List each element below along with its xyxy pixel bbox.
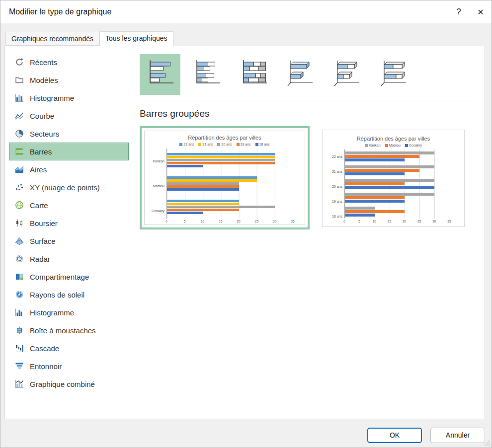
sidebar-item-histogramme[interactable]: Histogramme — [9, 89, 129, 107]
subtype-barres-groupees[interactable] — [140, 54, 180, 95]
barres-empilees-100-icon — [238, 58, 269, 91]
sidebar-item-label: Histogramme — [30, 94, 74, 102]
sidebar-item-rayons[interactable]: Rayons de soleil — [9, 286, 129, 303]
sidebar-item-boursier[interactable]: Boursier — [9, 214, 129, 232]
dialog-footer: OK Annuler — [0, 419, 492, 448]
courbe-icon — [14, 111, 24, 121]
sidebar-item-carte[interactable]: Carte — [9, 196, 129, 214]
chart-title: Répartition des âges par villes — [147, 133, 303, 141]
barres-groupees-icon — [144, 58, 176, 91]
boite-icon — [14, 325, 24, 335]
sidebar-item-label: Modèles — [30, 76, 58, 84]
bar — [345, 207, 375, 210]
sidebar-item-label: Graphique combiné — [30, 380, 95, 388]
section-title: Barres groupées — [140, 108, 475, 119]
bar — [167, 200, 239, 202]
tab-tous-les-graphiques[interactable]: Tous les graphiques — [99, 31, 173, 46]
xy-icon — [14, 182, 24, 192]
sidebar-item-label: Carte — [30, 201, 48, 210]
chart-plot-area: 22 ans21 ans20 ans19 ans18 ans 051015202… — [328, 149, 459, 224]
tab-graphiques-recommandes[interactable]: Graphiques recommandés — [5, 32, 99, 46]
bar — [345, 169, 419, 172]
sidebar-item-barres[interactable]: Barres — [9, 143, 129, 160]
category-label: 19 ans — [328, 194, 342, 209]
rayons-icon — [14, 290, 24, 299]
sidebar-item-label: Rayons de soleil — [30, 291, 84, 299]
bar — [167, 162, 275, 164]
bar — [345, 179, 434, 182]
bar-group — [167, 149, 293, 172]
sidebar-item-boite[interactable]: Boîte à moustaches — [9, 321, 129, 339]
aires-icon — [14, 164, 24, 174]
subtype-panel: Barres groupées Répartition des âges par… — [130, 46, 485, 419]
x-tick-label: 0 — [164, 220, 168, 223]
bar — [167, 159, 275, 161]
surface-icon — [14, 236, 24, 246]
ok-button[interactable]: OK — [367, 428, 422, 443]
sidebar-item-label: Secteurs — [30, 130, 59, 138]
close-button[interactable]: ✕ — [470, 0, 492, 23]
x-tick-label: 5 — [182, 220, 186, 223]
x-tick-label: 0 — [342, 220, 346, 223]
legend-item: 20 ans — [217, 143, 232, 146]
preview-barres-groupees-alt[interactable]: Répartition des âges par villes KankanMa… — [322, 130, 465, 227]
barres-empilees-icon — [191, 58, 223, 91]
subtype-barres-empilees[interactable] — [186, 54, 227, 95]
chart-preview-card: Répartition des âges par villes KankanMa… — [326, 132, 461, 224]
bar — [167, 156, 275, 158]
sidebar-item-label: Surface — [30, 237, 56, 245]
subtype-barres-empilees-3d[interactable] — [327, 54, 367, 95]
bar — [167, 176, 257, 179]
category-label: 18 ans — [328, 209, 342, 224]
bar-group — [167, 172, 293, 195]
bar — [345, 210, 405, 213]
bar — [167, 179, 257, 182]
chart-plot-area: KankanMamouConakry 05101520253035 — [147, 148, 303, 224]
sidebar-item-cascade[interactable]: Cascade — [9, 339, 129, 357]
bar — [345, 200, 405, 203]
bar — [345, 196, 405, 199]
sidebar-item-entonnoir[interactable]: Entonnoir — [9, 357, 129, 375]
resize-grip[interactable] — [484, 440, 490, 446]
legend-swatch — [405, 144, 408, 147]
category-label: Conakry — [148, 199, 164, 224]
legend-item: Mamou — [385, 144, 401, 147]
subtype-barres-empilees-100-3d[interactable] — [373, 54, 414, 95]
x-tick-label: 30 — [273, 220, 277, 223]
subtype-row — [140, 54, 475, 101]
sidebar-item-secteurs[interactable]: Secteurs — [9, 125, 129, 143]
help-button[interactable]: ? — [448, 0, 470, 23]
x-tick-label: 15 — [387, 220, 391, 223]
sidebar-item-xy[interactable]: XY (nuage de points) — [9, 178, 129, 196]
legend-item: 21 ans — [198, 143, 213, 146]
bar — [167, 212, 203, 214]
preview-barres-groupees-selected[interactable]: Répartition des âges par villes 22 ans21… — [140, 126, 310, 229]
subtype-barres-groupees-3d[interactable] — [280, 54, 321, 95]
bar-group — [345, 177, 449, 191]
x-tick-label: 20 — [403, 220, 407, 223]
chart-legend: 22 ans21 ans20 ans19 ans18 ans — [147, 141, 303, 148]
legend-swatch — [365, 144, 368, 147]
legend-item: 22 ans — [179, 143, 194, 146]
sidebar-item-histogramme2[interactable]: Histogramme — [9, 303, 129, 321]
histogramme2-icon — [14, 307, 24, 317]
bar-group — [167, 195, 293, 219]
sidebar-item-aires[interactable]: Aires — [9, 160, 129, 178]
sidebar-item-combine[interactable]: Graphique combiné — [9, 375, 129, 393]
sidebar-item-modeles[interactable]: Modèles — [9, 71, 129, 89]
cancel-button[interactable]: Annuler — [430, 428, 485, 443]
sidebar-item-surface[interactable]: Surface — [9, 232, 129, 250]
subtype-barres-empilees-100[interactable] — [233, 54, 274, 95]
bar — [345, 172, 405, 175]
tabstrip: Graphiques recommandés Tous les graphiqu… — [0, 31, 492, 46]
sidebar-item-label: Compartimentage — [30, 273, 89, 281]
sidebar-item-radar[interactable]: Radar — [9, 250, 129, 268]
category-axis-labels: 22 ans21 ans20 ans19 ans18 ans — [328, 149, 344, 224]
sidebar-item-recents[interactable]: Récents — [9, 53, 129, 71]
sidebar-item-courbe[interactable]: Courbe — [9, 107, 129, 125]
bar — [167, 165, 203, 167]
bar — [345, 214, 375, 217]
chart-legend: KankanMamouConakry — [328, 142, 459, 149]
sidebar-item-compartimentage[interactable]: Compartimentage — [9, 268, 129, 286]
bar — [167, 182, 239, 185]
